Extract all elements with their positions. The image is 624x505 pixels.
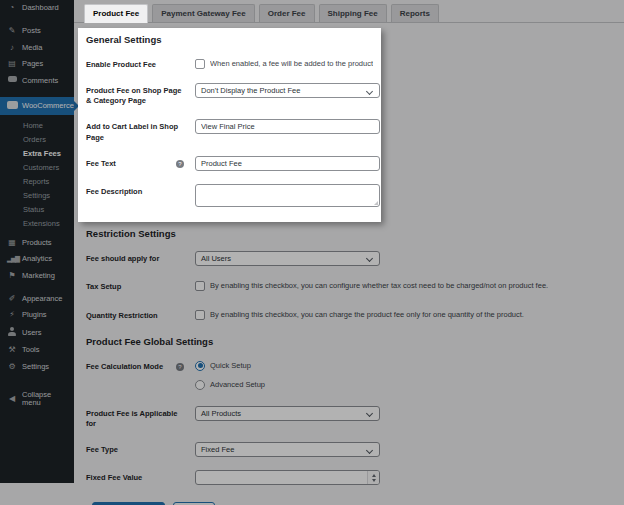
field-label: Quantity Restriction [86, 308, 186, 321]
fee-type-select[interactable]: Fixed Fee [195, 442, 380, 457]
fee-apply-for-select[interactable]: All Users [195, 251, 380, 266]
field-label: Fee Type [86, 442, 186, 455]
radio-label: Advanced Setup [210, 380, 265, 389]
section-title: Restriction Settings [86, 228, 624, 239]
form-row-tax-setup: Tax Setup By enabling this checkbox, you… [86, 279, 624, 292]
tax-setup-checkbox[interactable] [195, 281, 205, 291]
settings-tabs: Product Fee Payment Gateway Fee Order Fe… [74, 0, 624, 23]
submenu-item-extensions[interactable]: Extensions [0, 216, 74, 230]
fee-text-input[interactable] [195, 156, 380, 171]
sidebar-item-label: Marketing [22, 272, 55, 280]
fee-calculation-radio-group: Quick Setup Advanced Setup [195, 359, 624, 390]
form-row-fee-apply-for: Fee should apply for All Users [86, 251, 624, 266]
field-label: Fee Text [86, 156, 186, 169]
sidebar-item-settings[interactable]: ⚙ Settings [0, 359, 74, 375]
sidebar-item-woocommerce[interactable]: WooCommerce [0, 97, 74, 115]
submenu-item-reports[interactable]: Reports [0, 174, 74, 188]
sidebar-separator [0, 16, 74, 23]
field-label: Fee should apply for [86, 251, 186, 264]
sidebar-item-plugins[interactable]: ⚡ Plugins [0, 307, 74, 323]
sidebar-item-label: Pages [22, 60, 43, 68]
sidebar-item-marketing[interactable]: ⚑ Marketing [0, 268, 74, 284]
collapse-menu-button[interactable]: ◀ Collapse menu [0, 387, 74, 412]
fixed-fee-value-input[interactable] [195, 470, 380, 485]
form-row-fee-text: Fee Text ? [86, 156, 373, 171]
submenu-item-settings[interactable]: Settings [0, 188, 74, 202]
shop-page-display-select[interactable]: Don't Display the Product Fee [195, 83, 380, 98]
sidebar-item-label: Users [22, 329, 42, 337]
spinner-up-icon[interactable] [372, 472, 376, 477]
sidebar-item-media[interactable]: ♪ Media [0, 40, 74, 56]
general-settings-panel: General Settings Enable Product Fee When… [78, 28, 381, 222]
section-title: Product Fee Global Settings [86, 336, 624, 347]
form-row-fee-description: Fee Description [86, 184, 373, 207]
sidebar-item-products[interactable]: ▦ Products [0, 235, 74, 251]
field-label: Fixed Fee Value [86, 470, 186, 483]
sidebar-separator [0, 90, 74, 97]
submenu-item-home[interactable]: Home [0, 118, 74, 132]
sidebar-item-posts[interactable]: ✎ Posts [0, 23, 74, 39]
sidebar-item-comments[interactable]: Comments [0, 72, 74, 90]
form-row-fixed-fee-value: Fixed Fee Value [86, 470, 624, 485]
checkbox-description: By enabling this checkbox, you can confi… [210, 281, 548, 291]
sidebar-item-tools[interactable]: ⚒ Tools [0, 342, 74, 358]
help-icon[interactable]: ? [176, 363, 184, 371]
posts-icon: ✎ [7, 27, 17, 35]
form-row-enable-product-fee: Enable Product Fee When enabled, a fee w… [86, 57, 373, 70]
megaphone-icon: ⚑ [7, 272, 17, 280]
form-row-shop-page-display: Product Fee on Shop Page & Category Page… [86, 83, 373, 106]
main-content: Product Fee Payment Gateway Fee Order Fe… [74, 0, 624, 505]
sidebar-separator [0, 375, 74, 387]
tab-product-fee[interactable]: Product Fee [84, 4, 148, 23]
quick-setup-radio[interactable] [195, 361, 205, 371]
sidebar-item-users[interactable]: Users [0, 323, 74, 342]
tab-order-fee[interactable]: Order Fee [259, 4, 315, 22]
submenu-item-status[interactable]: Status [0, 202, 74, 216]
sidebar-item-label: Media [22, 44, 42, 52]
media-icon: ♪ [7, 44, 17, 52]
form-row-cart-label: Add to Cart Label in Shop Page [86, 119, 373, 142]
resize-handle-icon[interactable] [374, 201, 378, 205]
field-label: Add to Cart Label in Shop Page [86, 119, 186, 142]
field-label: Fee Description [86, 184, 186, 197]
field-label: Fee Calculation Mode [86, 359, 186, 372]
enable-product-fee-checkbox[interactable] [195, 59, 205, 69]
sidebar-item-label: Plugins [22, 311, 47, 319]
sidebar-item-analytics[interactable]: ▂▅▇ Analytics [0, 251, 74, 267]
sidebar-item-appearance[interactable]: ✐ Appearance [0, 291, 74, 307]
field-label: Enable Product Fee [86, 57, 186, 70]
dashboard-icon: ◔ [7, 4, 17, 12]
advanced-setup-radio[interactable] [195, 380, 205, 390]
submenu-item-customers[interactable]: Customers [0, 160, 74, 174]
sidebar-item-label: Comments [22, 77, 58, 85]
submenu-item-extra-fees[interactable]: Extra Fees [0, 146, 74, 160]
checkbox-description: By enabling this checkbox, you can charg… [210, 310, 524, 320]
form-row-quantity-restriction: Quantity Restriction By enabling this ch… [86, 308, 624, 321]
form-row-fee-type: Fee Type Fixed Fee [86, 442, 624, 457]
tab-payment-gateway-fee[interactable]: Payment Gateway Fee [152, 4, 254, 22]
help-icon[interactable]: ? [176, 160, 184, 168]
fee-applicable-for-select[interactable]: All Products [195, 406, 380, 421]
tab-shipping-fee[interactable]: Shipping Fee [319, 4, 387, 22]
form-row-fee-calculation-mode: Fee Calculation Mode ? Quick Setup Advan… [86, 359, 624, 390]
selected-option: All Products [201, 409, 241, 418]
user-icon [7, 327, 17, 338]
sidebar-item-label: Products [22, 239, 52, 247]
submenu-item-orders[interactable]: Orders [0, 132, 74, 146]
quantity-restriction-checkbox[interactable] [195, 310, 205, 320]
spinner-down-icon[interactable] [372, 479, 376, 484]
sidebar-item-label: Appearance [22, 295, 62, 303]
number-spinner[interactable] [367, 471, 379, 484]
checkbox-description: When enabled, a fee will be added to the… [210, 59, 373, 69]
gear-icon: ⚙ [7, 363, 17, 371]
woocommerce-submenu: Home Orders Extra Fees Customers Reports… [0, 115, 74, 235]
sidebar-item-dashboard[interactable]: ◔ Dashboard [0, 0, 74, 16]
wordpress-admin-screen: ◔ Dashboard ✎ Posts ♪ Media ▤ Pages Comm… [0, 0, 624, 505]
tab-reports[interactable]: Reports [391, 4, 439, 22]
collapse-arrow-icon: ◀ [7, 395, 17, 403]
selected-option: Don't Display the Product Fee [201, 86, 300, 95]
radio-label: Quick Setup [210, 361, 251, 370]
sidebar-item-pages[interactable]: ▤ Pages [0, 56, 74, 72]
cart-label-input[interactable] [195, 119, 380, 134]
fee-description-textarea[interactable] [195, 184, 380, 207]
